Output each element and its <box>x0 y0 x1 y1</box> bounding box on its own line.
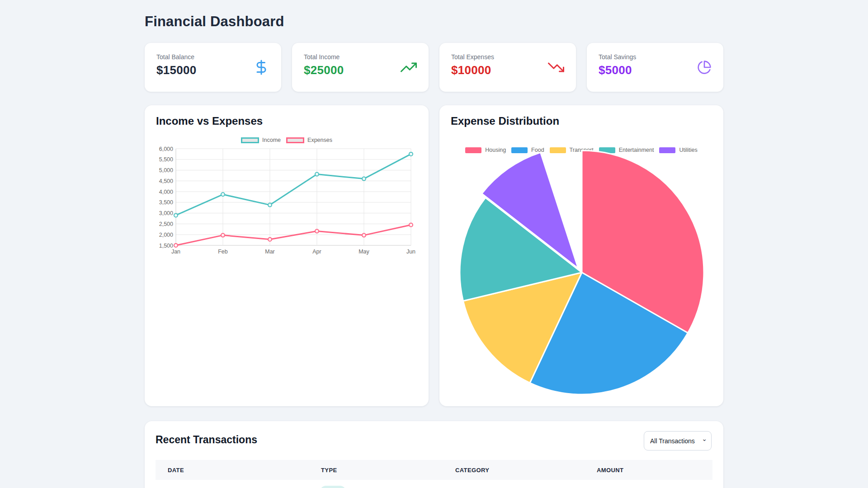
transactions-filter-select[interactable]: All Transactions <box>644 431 712 450</box>
legend-label: Income <box>262 137 281 143</box>
column-header-date: DATE <box>156 467 309 474</box>
y-axis-tick: 1,500 <box>159 243 173 249</box>
x-axis-tick: Jan <box>171 249 180 255</box>
column-header-type: TYPE <box>309 467 443 474</box>
data-point <box>409 152 413 156</box>
stat-label: Total Income <box>304 53 417 61</box>
y-axis-tick: 2,500 <box>159 221 173 227</box>
legend-swatch <box>241 137 259 143</box>
dashboard-page: Financial Dashboard Total Balance$15000T… <box>145 0 723 488</box>
y-axis-tick: 6,000 <box>159 146 173 152</box>
legend-item-expenses[interactable]: Expenses <box>286 137 332 143</box>
data-point <box>315 173 319 176</box>
legend-swatch <box>286 137 304 143</box>
income-vs-expenses-card: Income vs Expenses IncomeExpenses 6,0005… <box>145 105 429 406</box>
data-point <box>315 230 319 233</box>
stat-label: Total Expenses <box>451 53 564 61</box>
data-point <box>409 223 413 227</box>
legend-item-income[interactable]: Income <box>241 137 281 143</box>
trending-down-icon <box>548 59 564 75</box>
stat-value: $10000 <box>451 63 564 77</box>
y-axis-tick: 3,000 <box>159 210 173 216</box>
stat-label: Total Savings <box>599 53 712 61</box>
stat-value: $15000 <box>156 63 269 77</box>
data-point <box>174 213 178 217</box>
dollar-sign-icon <box>253 59 269 75</box>
y-axis-tick: 5,500 <box>159 156 173 163</box>
stat-value: $5000 <box>599 63 712 77</box>
x-axis-tick: Feb <box>218 249 228 255</box>
column-header-category: CATEGORY <box>443 467 585 474</box>
line-series-income <box>176 154 411 216</box>
stat-card-total-income: Total Income$25000 <box>292 43 429 92</box>
stats-row: Total Balance$15000Total Income$25000Tot… <box>145 43 723 92</box>
y-axis-tick: 4,500 <box>159 178 173 184</box>
x-axis-tick: May <box>359 249 369 255</box>
transactions-title: Recent Transactions <box>156 434 257 446</box>
data-point <box>268 203 272 207</box>
y-axis-tick: 4,000 <box>159 189 173 195</box>
stat-card-total-expenses: Total Expenses$10000 <box>439 43 576 92</box>
column-header-amount: AMOUNT <box>585 467 712 474</box>
recent-transactions-card: Recent Transactions All Transactions ⌄ D… <box>145 421 723 488</box>
line-chart-canvas[interactable]: 6,0005,5005,0004,5004,0003,5003,0002,500… <box>156 143 417 256</box>
x-axis-tick: Jun <box>406 249 415 255</box>
trending-up-icon <box>401 59 417 75</box>
line-chart-title: Income vs Expenses <box>156 115 263 127</box>
stat-label: Total Balance <box>156 53 269 61</box>
expense-distribution-card: Expense Distribution HousingFoodTranspor… <box>439 105 723 406</box>
line-series-expenses <box>176 225 411 245</box>
y-axis-tick: 5,000 <box>159 167 173 174</box>
data-point <box>362 177 366 181</box>
stat-card-total-balance: Total Balance$15000 <box>145 43 281 92</box>
y-axis-tick: 2,000 <box>159 232 173 238</box>
pie-chart-icon <box>697 60 712 75</box>
line-chart-legend: IncomeExpenses <box>145 137 429 143</box>
legend-label: Expenses <box>307 137 332 143</box>
transactions-table-header: DATETYPECATEGORYAMOUNT <box>156 460 712 480</box>
pie-chart-canvas[interactable] <box>439 105 723 406</box>
x-axis-tick: Apr <box>312 249 321 255</box>
x-axis-tick: Mar <box>265 249 275 255</box>
y-axis-tick: 3,500 <box>159 199 173 206</box>
stat-card-total-savings: Total Savings$5000 <box>587 43 723 92</box>
data-point <box>268 238 272 241</box>
data-point <box>221 192 225 196</box>
data-point <box>362 234 366 237</box>
transaction-type-badge-partial <box>320 486 346 488</box>
stat-value: $25000 <box>304 63 417 77</box>
page-title: Financial Dashboard <box>145 14 284 30</box>
data-point <box>174 244 178 247</box>
data-point <box>221 234 225 237</box>
